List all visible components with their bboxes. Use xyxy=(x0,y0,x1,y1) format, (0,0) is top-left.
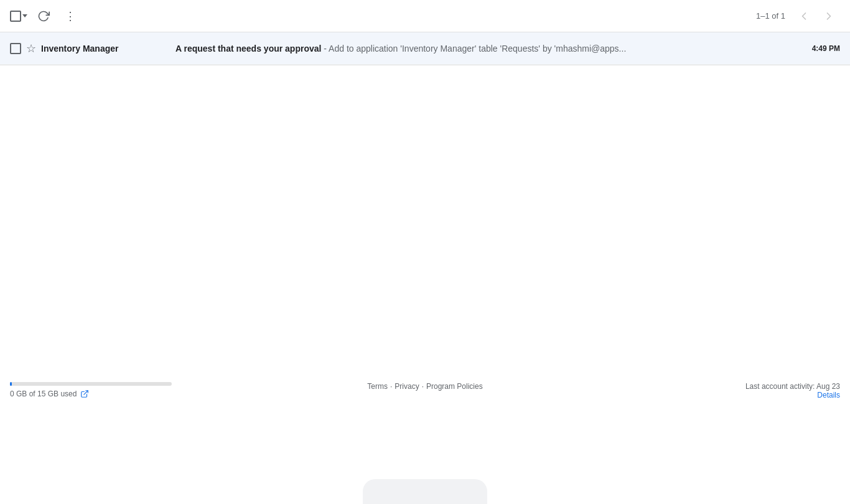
pagination-text: 1–1 of 1 xyxy=(756,11,785,21)
bottom-scroll-hint xyxy=(363,479,487,504)
email-body: A request that needs your approval - Add… xyxy=(175,44,802,54)
storage-bar-fill xyxy=(10,382,12,386)
storage-used-text: 0 GB of 15 GB used xyxy=(10,390,77,398)
prev-page-button[interactable] xyxy=(793,5,815,27)
storage-bar-container xyxy=(10,382,172,386)
last-activity-text: Last account activity: Aug 23 xyxy=(745,382,840,391)
email-list: ☆ Inventory Manager A request that needs… xyxy=(0,32,850,65)
privacy-link[interactable]: Privacy xyxy=(395,382,419,391)
next-page-button[interactable] xyxy=(818,5,840,27)
footer: 0 GB of 15 GB used Terms · Privacy · Pro… xyxy=(0,382,850,398)
select-all-arrow-icon xyxy=(22,14,27,17)
email-snippet: - Add to application 'Inventory Manager'… xyxy=(321,44,626,54)
select-all-dropdown[interactable] xyxy=(10,11,27,22)
separator-2: · xyxy=(422,382,424,391)
storage-section: 0 GB of 15 GB used xyxy=(10,382,184,398)
select-all-checkbox[interactable] xyxy=(10,11,21,22)
refresh-icon xyxy=(37,10,50,22)
storage-text-row: 0 GB of 15 GB used xyxy=(10,390,184,398)
separator-1: · xyxy=(390,382,392,391)
next-icon xyxy=(823,10,835,22)
program-policies-link[interactable]: Program Policies xyxy=(426,382,483,391)
details-link[interactable]: Details xyxy=(745,391,840,399)
email-subject: A request that needs your approval xyxy=(175,44,321,54)
svg-line-0 xyxy=(84,391,88,394)
toolbar-right: 1–1 of 1 xyxy=(756,5,840,27)
email-time: 4:49 PM xyxy=(812,44,840,53)
footer-center: Terms · Privacy · Program Policies xyxy=(367,382,482,391)
prev-icon xyxy=(798,10,810,22)
toolbar-left: ⋮ xyxy=(10,4,82,28)
table-row[interactable]: ☆ Inventory Manager A request that needs… xyxy=(0,32,850,65)
star-icon[interactable]: ☆ xyxy=(26,42,36,55)
refresh-button[interactable] xyxy=(32,5,55,27)
toolbar: ⋮ 1–1 of 1 xyxy=(0,0,850,32)
email-checkbox[interactable] xyxy=(10,43,21,54)
storage-external-link-icon[interactable] xyxy=(80,390,89,398)
more-options-button[interactable]: ⋮ xyxy=(60,4,82,28)
more-options-icon: ⋮ xyxy=(65,9,77,23)
email-sender: Inventory Manager xyxy=(41,44,166,54)
terms-link[interactable]: Terms xyxy=(367,382,388,391)
footer-right: Last account activity: Aug 23 Details xyxy=(745,382,840,399)
